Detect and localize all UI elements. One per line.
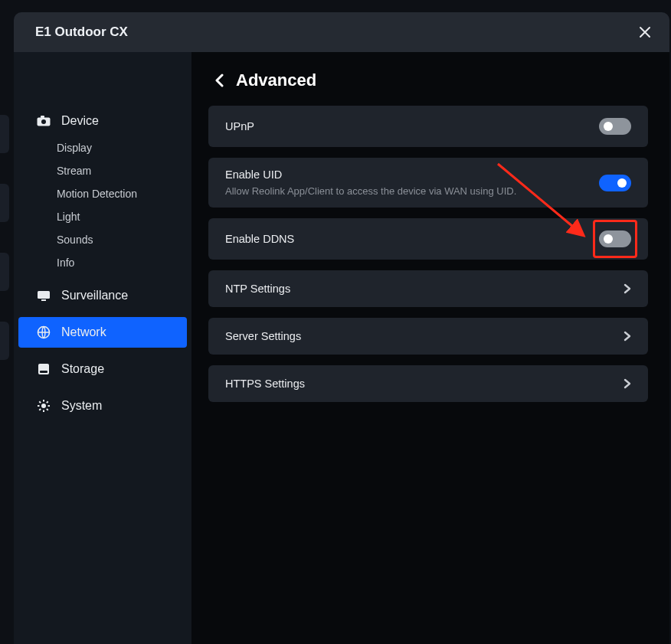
sidebar-sub-stream[interactable]: Stream <box>57 159 191 182</box>
chevron-right-icon <box>624 283 631 294</box>
toggle-ddns[interactable] <box>599 230 631 247</box>
chevron-right-icon <box>624 331 631 342</box>
chevron-right-icon <box>624 378 631 389</box>
svg-line-14 <box>47 409 48 410</box>
toggle-knob <box>604 122 613 131</box>
svg-rect-4 <box>41 299 46 301</box>
sidebar-item-surveillance[interactable]: Surveillance <box>14 280 191 311</box>
back-button[interactable] <box>211 72 228 89</box>
setting-row-https[interactable]: HTTPS Settings <box>208 365 648 402</box>
globe-icon <box>37 325 51 339</box>
setting-row-uid: Enable UID Allow Reolink App/Client to a… <box>208 158 648 208</box>
setting-label: Server Settings <box>225 330 301 342</box>
svg-rect-7 <box>40 371 47 373</box>
camera-icon <box>37 114 51 128</box>
svg-rect-1 <box>41 116 44 118</box>
sidebar-sub-light[interactable]: Light <box>57 205 191 228</box>
setting-description: Allow Reolink App/Client to access the d… <box>225 185 516 197</box>
close-icon <box>638 25 652 39</box>
toggle-knob <box>604 234 613 244</box>
sidebar-item-storage[interactable]: Storage <box>14 354 191 384</box>
svg-line-15 <box>47 401 48 403</box>
svg-point-2 <box>41 119 46 124</box>
toggle-upnp[interactable] <box>599 118 631 135</box>
setting-row-upnp: UPnP <box>208 106 648 147</box>
sidebar-sub-display[interactable]: Display <box>57 136 191 159</box>
setting-label: UPnP <box>225 120 254 132</box>
chevron-left-icon <box>214 74 225 87</box>
toggle-knob <box>617 178 627 188</box>
disk-icon <box>37 362 51 376</box>
window-title: E1 Outdoor CX <box>35 25 128 40</box>
sidebar-item-system[interactable]: System <box>14 391 191 421</box>
sidebar-item-network[interactable]: Network <box>18 317 187 348</box>
titlebar: E1 Outdoor CX <box>14 12 669 52</box>
sidebar-item-device[interactable]: Device <box>14 106 191 136</box>
setting-label: HTTPS Settings <box>225 378 305 390</box>
settings-window: E1 Outdoor CX Device Display Stream Moti… <box>14 12 669 644</box>
setting-label: Enable DDNS <box>225 233 294 245</box>
setting-label: Enable UID <box>225 168 516 181</box>
sidebar-sub-motion-detection[interactable]: Motion Detection <box>57 182 191 205</box>
svg-line-16 <box>39 409 41 410</box>
close-button[interactable] <box>634 21 656 43</box>
svg-point-8 <box>41 404 46 408</box>
setting-label: NTP Settings <box>225 283 290 295</box>
sidebar-item-label: System <box>61 399 102 413</box>
content-area: Advanced UPnP Enable UID Allow Reolink A… <box>191 52 669 644</box>
app-backdrop: E1 Outdoor CX Device Display Stream Moti… <box>0 0 671 644</box>
page-header: Advanced <box>211 70 648 90</box>
toggle-uid[interactable] <box>599 175 631 191</box>
sidebar: Device Display Stream Motion Detection L… <box>14 52 191 644</box>
monitor-icon <box>37 289 51 302</box>
background-shelf-tabs <box>0 115 9 360</box>
sidebar-item-label: Device <box>61 114 99 128</box>
sidebar-item-label: Surveillance <box>61 289 128 302</box>
sidebar-item-label: Storage <box>61 362 104 376</box>
setting-row-server[interactable]: Server Settings <box>208 318 648 355</box>
svg-line-13 <box>39 401 41 403</box>
setting-row-ddns: Enable DDNS <box>208 218 648 260</box>
sidebar-item-label: Network <box>61 325 106 339</box>
sidebar-sub-sounds[interactable]: Sounds <box>57 228 191 251</box>
svg-rect-3 <box>38 291 50 299</box>
page-title: Advanced <box>236 70 316 90</box>
gear-icon <box>37 399 51 413</box>
setting-row-ntp[interactable]: NTP Settings <box>208 270 648 307</box>
sidebar-sub-info[interactable]: Info <box>57 251 191 274</box>
